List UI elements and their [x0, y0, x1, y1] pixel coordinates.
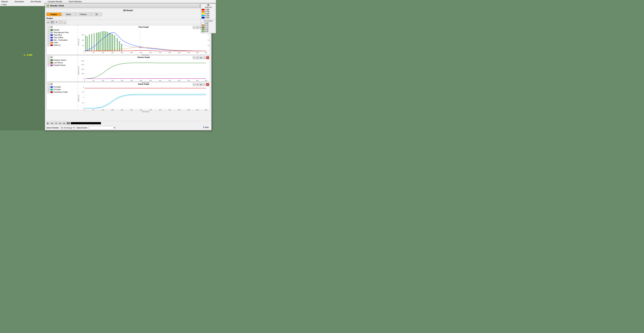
svg-text:1: 1	[83, 97, 84, 98]
depth-label-exceed: Exceedance Depth	[54, 91, 68, 93]
volume-chart-title: Volume Graph	[78, 56, 210, 59]
depth-tool-cursor[interactable]: ↖	[193, 83, 196, 86]
tab-graphs[interactable]: Graphs	[46, 13, 62, 16]
svg-text:450: 450	[168, 109, 171, 111]
svg-text:650: 650	[205, 80, 207, 82]
flow-label-outflow: Total Outflow	[54, 37, 63, 39]
tab-pollution[interactable]: Pollution	[76, 13, 91, 16]
help-label: Help	[205, 126, 209, 128]
color-scale2-item-1: 0.34	[202, 24, 215, 26]
sidebar-top-bar: n View	[0, 3, 45, 6]
flow-legend-close[interactable]: ✕	[50, 26, 53, 28]
flow-check-inflow[interactable]: ✓	[48, 34, 50, 36]
svg-text:500: 500	[178, 80, 180, 82]
svg-text:400: 400	[159, 80, 161, 82]
bottom-controls-bar: ▶ ⏮ 1x ⏭ ⏭	[45, 121, 211, 125]
depth-check-us[interactable]: ✓	[48, 86, 50, 88]
depth-chart-tools: ↖ ✛ ⊞ ⤢ ✕	[193, 83, 209, 86]
depth-tool-close[interactable]: ✕	[206, 83, 209, 86]
depth-chart-svg: 0 0.5 1 1.5 2 0 50 100 150 200 250 300 3…	[78, 85, 210, 112]
volume-check-lost[interactable]: ✓	[48, 62, 50, 64]
depth-tool-crosshair[interactable]: ✛	[196, 83, 199, 86]
tab-tables[interactable]: Tables	[62, 13, 76, 16]
flow-check-inlet-cont[interactable]: ✓	[48, 39, 50, 41]
select-event-label: Select Event:	[76, 127, 87, 129]
toolbar-btn-bar[interactable]: 📊	[62, 21, 66, 24]
toolbar-btn-save[interactable]: 💾	[50, 21, 54, 24]
svg-text:0: 0	[83, 107, 84, 109]
flow-legend-header: ✓ ✕	[48, 26, 76, 28]
flow-tool-cursor[interactable]: ↖	[193, 26, 196, 29]
depth-tool-move[interactable]: ⤢	[203, 83, 206, 86]
menu-item-results[interactable]: Item Results	[31, 1, 41, 3]
svg-text:500: 500	[178, 52, 180, 54]
menu-summaries[interactable]: Summaries	[15, 1, 24, 3]
svg-rect-41	[109, 33, 110, 51]
color-scale-item-2: 0.500	[202, 13, 215, 15]
toolbar-btn-copy[interactable]: 📋	[58, 21, 62, 24]
volume-legend-close[interactable]: ✕	[50, 56, 53, 58]
svg-rect-44	[114, 35, 115, 51]
main-window: 🌿 Results: Pond — □ ✕ 2D Event: Graphs T…	[45, 3, 212, 130]
progress-bar[interactable]	[71, 122, 101, 124]
svg-rect-34	[96, 33, 97, 51]
flow-check-outflow[interactable]: ✓	[48, 37, 50, 39]
fast-forward-button[interactable]: ⏭	[62, 122, 66, 125]
color-scale2-item-4: 0.00	[202, 30, 215, 32]
menu-compare-results[interactable]: Compare Results	[48, 1, 62, 3]
svg-rect-38	[104, 31, 104, 51]
flow-legend-outlet: ✓ Outlet	[48, 42, 76, 44]
title-bar: 🌿 Results: Pond — □ ✕	[45, 3, 211, 8]
volume-tool-grid[interactable]: ⊞	[199, 56, 202, 59]
svg-rect-29	[85, 35, 86, 51]
flow-check-approach[interactable]: ✓	[48, 31, 50, 34]
volume-tool-move[interactable]: ⤢	[203, 56, 206, 59]
flow-tool-crosshair[interactable]: ✛	[196, 26, 199, 29]
volume-tool-cursor[interactable]: ↖	[193, 56, 196, 59]
volume-tool-crosshair[interactable]: ✛	[196, 56, 199, 59]
depth-legend-master-check[interactable]: ✓	[48, 83, 50, 85]
depth-check-ds[interactable]: ✓	[48, 88, 50, 91]
help-button[interactable]: ℹ Help	[203, 126, 209, 129]
volume-tool-close[interactable]: ✕	[206, 56, 209, 59]
svg-text:Flow (L/s): Flow (L/s)	[78, 39, 80, 46]
svg-text:1: 1	[208, 34, 209, 36]
forward-button[interactable]: ⏭	[58, 122, 62, 125]
menu-event-selection[interactable]: Event Selection	[69, 1, 82, 3]
slider-handle[interactable]	[67, 122, 70, 124]
play-button[interactable]: ▶	[46, 122, 50, 125]
menu-reports[interactable]: Reports	[1, 1, 8, 3]
flow-legend-master-check[interactable]: ✓	[48, 26, 50, 28]
depth-legend-close[interactable]: ✕	[50, 83, 53, 85]
flow-check-rainfall[interactable]: ✓	[48, 29, 50, 31]
svg-text:400: 400	[159, 109, 161, 111]
depth-tool-grid[interactable]: ⊞	[199, 83, 202, 86]
svg-text:500: 500	[178, 109, 180, 111]
svg-text:200: 200	[121, 52, 123, 54]
volume-graph-legend: ✓ ✕ ✓ Resident Volume ✓ Lost Volume ✓ Fl…	[46, 56, 78, 81]
select-rainfall-dropdown[interactable]: No Discharge	[60, 126, 75, 129]
tab-3d[interactable]: 3D	[91, 13, 102, 16]
rewind-button[interactable]: ⏮	[50, 122, 54, 125]
flow-check-outlet1[interactable]: ✓	[48, 44, 50, 46]
speed-button[interactable]: 1x	[54, 122, 58, 125]
svg-text:0.6: 0.6	[208, 39, 210, 41]
flow-check-outlet[interactable]: ✓	[48, 42, 50, 44]
event-header: 2D Event:	[45, 8, 211, 12]
graphs-toolbar: 🗂 💾 ✕ 📋 📊	[46, 21, 210, 24]
volume-check-flooded[interactable]: ✓	[48, 64, 50, 66]
svg-text:Depth (m): Depth (m)	[78, 95, 80, 102]
svg-text:450: 450	[168, 80, 171, 82]
depth-check-exceed[interactable]: ✓	[48, 91, 50, 93]
toolbar-btn-remove[interactable]: ✕	[54, 21, 58, 24]
select-event-dropdown[interactable]	[89, 126, 116, 129]
svg-text:400: 400	[159, 52, 161, 54]
depth-legend-header: ✓ ✕	[48, 83, 76, 85]
flow-legend-inlet-cont: ✓ Inlet - Continuation	[48, 39, 76, 41]
color-scale-panel: 2D Depth (m) 1.000 0.750 0.500 0.250 0.0…	[201, 3, 216, 33]
svg-text:0.5: 0.5	[82, 102, 84, 104]
volume-legend-master-check[interactable]: ✓	[48, 56, 50, 58]
volume-check-resident[interactable]: ✓	[48, 59, 50, 61]
toolbar-btn-load[interactable]: 🗂	[46, 21, 50, 24]
svg-text:250: 250	[130, 52, 133, 54]
